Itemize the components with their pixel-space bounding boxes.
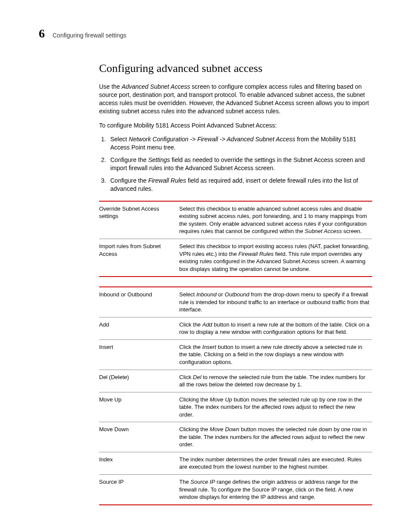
term-cell: Insert — [99, 339, 179, 370]
term-cell: Source IP — [99, 475, 179, 505]
table-row: Del (Delete) Click Del to remove the sel… — [99, 370, 372, 392]
desc-cell: Click the Insert button to insert a new … — [179, 339, 372, 370]
term-cell: Index — [99, 452, 179, 474]
settings-table: Override Subnet Access settings Select t… — [99, 201, 372, 277]
step-item: Configure the Firewall Rules field as re… — [108, 177, 372, 193]
term-cell: Inbound or Outbound — [99, 287, 179, 317]
term-cell: Del (Delete) — [99, 370, 179, 392]
desc-cell: The Source IP range defines the origin a… — [179, 475, 372, 505]
table-row: Move Up Clicking the Move Up button move… — [99, 392, 372, 422]
step-item: Select Network Configuration -> Firewall… — [108, 135, 372, 152]
desc-cell: Clicking the Move Up button moves the se… — [179, 392, 372, 422]
desc-cell: Clicking the Move Down button moves the … — [179, 422, 372, 452]
table-row: Move Down Clicking the Move Down button … — [99, 422, 372, 452]
table-row: Override Subnet Access settings Select t… — [99, 201, 372, 239]
running-header: 6 Configuring firewall settings — [39, 27, 372, 40]
desc-cell: Select this checkbox to enable advanced … — [179, 201, 372, 239]
table-row: Insert Click the Insert button to insert… — [99, 339, 372, 370]
desc-cell: Select this checkbox to import existing … — [179, 239, 372, 277]
desc-cell: The index number determines the order fi… — [179, 452, 372, 474]
term-cell: Import rules from Subnet Access — [99, 239, 179, 277]
table-row: Import rules from Subnet Access Select t… — [99, 239, 372, 277]
rules-table: Inbound or Outbound Select Inbound or Ou… — [99, 286, 372, 505]
lead-paragraph: To configure Mobility 5181 Access Point … — [99, 121, 372, 130]
table-spacer — [99, 277, 372, 283]
term-cell: Move Down — [99, 422, 179, 452]
section-title: Configuring advanced subnet access — [99, 62, 372, 75]
term-cell: Move Up — [99, 392, 179, 422]
intro-paragraph: Use the Advanced Subnet Access screen to… — [99, 83, 372, 115]
table-row: Inbound or Outbound Select Inbound or Ou… — [99, 287, 372, 317]
desc-cell: Click Del to remove the selected rule fr… — [179, 370, 372, 392]
desc-cell: Click the Add button to insert a new rul… — [179, 317, 372, 339]
page: 6 Configuring firewall settings Configur… — [0, 0, 411, 532]
chapter-title: Configuring firewall settings — [53, 32, 126, 39]
table-row: Index The index number determines the or… — [99, 452, 372, 474]
desc-cell: Select Inbound or Outbound from the drop… — [179, 287, 372, 317]
table-row: Add Click the Add button to insert a new… — [99, 317, 372, 339]
content-area: Configuring advanced subnet access Use t… — [99, 62, 372, 505]
table-row: Source IP The Source IP range defines th… — [99, 475, 372, 505]
steps-list: Select Network Configuration -> Firewall… — [99, 135, 372, 193]
term-cell: Add — [99, 317, 179, 339]
term-cell: Override Subnet Access settings — [99, 201, 179, 239]
step-item: Configure the Settings field as needed t… — [108, 156, 372, 172]
chapter-number: 6 — [39, 27, 45, 40]
